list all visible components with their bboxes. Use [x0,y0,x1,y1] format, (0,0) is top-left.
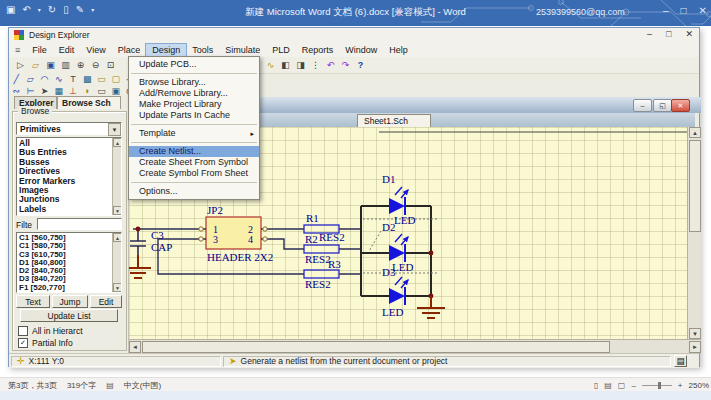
read-mode-icon[interactable]: ▯ [594,381,598,390]
tab-sheet1[interactable]: Sheet1.Sch [357,114,431,127]
menu-pld[interactable]: PLD [266,44,296,56]
zoom-in-icon[interactable]: ⊕ [73,58,88,72]
component-c3[interactable]: C3 CAP [130,229,172,255]
menu-item-create-symbol-from-sheet[interactable]: Create Symbol From Sheet [129,168,259,179]
list-item[interactable]: F1 [520,770] [19,284,121,292]
print-layout-icon[interactable]: ▤ [604,381,612,390]
mdi-close-button[interactable]: ✕ [671,99,690,112]
menu-reports[interactable]: Reports [296,44,340,56]
menu-simulate[interactable]: Simulate [219,44,266,56]
primitives-list[interactable]: C1 [560,750] C1 [580,750] C3 [610,750] D… [16,232,122,293]
scroll-up-icon[interactable]: ▲ [113,138,122,147]
canvas-horizontal-scrollbar[interactable]: ◄ ► [129,339,701,353]
draw-line-icon[interactable]: ╱ [9,73,23,85]
zoom-slider[interactable] [642,385,672,386]
word-account[interactable]: 2539399560@qq.com [536,7,625,17]
menu-item-template[interactable]: Template ▸ [129,128,259,139]
part-browser-icon[interactable]: ⋮ [308,58,323,72]
text-button[interactable]: Text [16,295,50,308]
jump-button[interactable]: Jump [52,295,88,308]
word-maximize-button[interactable]: □ [681,5,687,16]
partial-info-checkbox[interactable]: ✓ Partial Info [18,338,73,348]
undo-tool-icon[interactable]: ↶ [323,58,338,72]
menu-item-update-parts-in-cache[interactable]: Update Parts In Cache [129,110,259,121]
menu-item-update-pcb[interactable]: Update PCB... [129,59,259,70]
menu-view[interactable]: View [80,44,111,56]
scroll-up-icon[interactable]: ▲ [113,233,122,242]
zoom-out-button[interactable]: – [631,381,635,390]
zoom-slider-thumb[interactable] [658,382,661,389]
menu-tools[interactable]: Tools [186,44,219,56]
print-icon[interactable]: ▥ [58,58,73,72]
menu-place[interactable]: Place [112,44,147,56]
de-minimize-button[interactable]: – [647,29,652,39]
scroll-down-icon[interactable]: ▼ [689,328,701,339]
save-document-icon[interactable]: ▣ [43,58,58,72]
simulate-probe-icon[interactable]: ∿ [263,58,278,72]
word-page-indicator[interactable]: 第3页，共3页 [8,380,57,391]
word-language[interactable]: 中文(中国) [124,380,161,391]
mdi-restore-button[interactable]: ◱ [653,99,672,112]
menu-item-options[interactable]: Options... [129,186,259,197]
menu-file[interactable]: File [26,44,53,56]
open-document-icon[interactable]: ▱ [28,58,43,72]
layer-pairs-icon[interactable]: ◨ [293,58,308,72]
menu-edit[interactable]: Edit [53,44,81,56]
menu-item-make-project-library[interactable]: Make Project Library [129,99,259,110]
de-titlebar[interactable]: Design Explorer – □ ✕ [9,28,699,44]
word-close-button[interactable]: ✕ [699,5,707,16]
canvas-vertical-scrollbar[interactable]: ▲ ▼ [687,127,701,339]
tab-browse-sch[interactable]: Browse Sch [57,96,121,109]
draw-polygon-icon[interactable]: ▱ [23,73,37,85]
menu-help[interactable]: Help [383,44,414,56]
ground-symbol-right[interactable] [417,296,445,318]
menu-item-browse-library[interactable]: Browse Library... [129,77,259,88]
zoom-area-icon[interactable]: ⊡ [103,58,118,72]
word-word-count[interactable]: 319个字 [67,380,96,391]
menu-window[interactable]: Window [339,44,383,56]
draw-arc-icon[interactable]: ◠ [37,73,51,85]
component-d3[interactable]: D3 LED [382,266,408,318]
list-scrollbar[interactable]: ▲ ▼ [112,138,121,215]
draw-text-icon[interactable]: T [66,73,80,85]
vertical-scroll-thumb[interactable] [689,140,701,232]
word-minimize-button[interactable]: – [663,5,669,16]
proofing-icon[interactable]: ▤ [106,381,114,390]
list-scrollbar[interactable]: ▲ ▼ [112,233,121,292]
de-maximize-button[interactable]: □ [666,29,671,39]
chevron-down-icon[interactable]: ▼ [108,123,121,136]
scroll-down-icon[interactable]: ▼ [113,206,122,215]
help-tool-icon[interactable]: ? [353,58,368,72]
draw-curve-icon[interactable]: ∿ [52,73,66,85]
zoom-percentage[interactable]: 250% [689,381,709,390]
component-jp2[interactable]: 1 2 3 4 JP2 HEADER 2X2 [199,204,274,263]
redo-tool-icon[interactable]: ↷ [338,58,353,72]
document-system-menu-icon[interactable]: ≡ [15,45,20,55]
filter-input[interactable] [37,218,122,230]
web-layout-icon[interactable]: ▢ [618,381,626,390]
scroll-up-icon[interactable]: ▲ [689,127,701,138]
checkbox-box[interactable] [18,326,28,336]
layer-stack-icon[interactable]: ◧ [278,58,293,72]
all-in-hierarchy-checkbox[interactable]: All in Hierarct [18,326,83,336]
checkbox-check-icon[interactable]: ✓ [18,338,28,348]
draw-round-rect-icon[interactable]: ▢ [109,73,123,85]
de-close-button[interactable]: ✕ [685,29,693,39]
cursor-tool-icon[interactable]: ▷ [13,58,28,72]
mdi-minimize-button[interactable]: – [633,99,652,112]
zoom-out-icon[interactable]: ⊖ [88,58,103,72]
list-item[interactable]: Labels [19,205,121,214]
help-notes-button[interactable]: ▤ [674,355,687,367]
horizontal-scroll-thumb[interactable] [142,341,610,353]
update-list-button[interactable]: Update List [20,309,118,322]
ground-symbol-left[interactable] [129,255,151,278]
menu-item-create-netlist[interactable]: Create Netlist... [129,146,259,157]
draw-filled-rect-icon[interactable]: ▩ [80,73,94,85]
edit-button[interactable]: Edit [90,295,122,308]
primitive-types-list[interactable]: All Bus Entries Busses Directives Error … [16,137,122,216]
scroll-right-icon[interactable]: ► [689,341,701,353]
component-d1[interactable]: D1 LED [382,173,415,226]
menu-item-add-remove-library[interactable]: Add/Remove Library... [129,88,259,99]
menu-design[interactable]: Design [146,44,186,56]
scroll-left-icon[interactable]: ◄ [129,341,141,353]
